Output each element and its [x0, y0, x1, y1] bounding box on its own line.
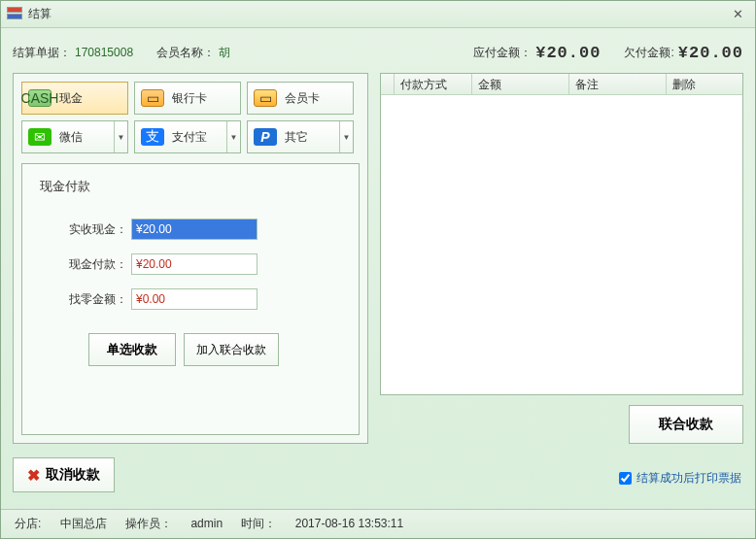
status-bar: 分店: 中国总店 操作员： admin 时间： 2017-08-16 13:53…	[1, 509, 755, 538]
table-header: 付款方式 金额 备注 删除	[381, 74, 742, 95]
member-name: 胡	[219, 45, 230, 61]
owed-label: 欠付金额:	[624, 45, 673, 61]
app-icon	[7, 7, 22, 22]
operator-label: 操作员：	[125, 517, 172, 530]
time-value: 2017-08-16 13:53:11	[295, 517, 403, 530]
paymethod-alipay[interactable]: 支 支付宝 ▼	[134, 120, 241, 153]
payment-methods: CASH 现金 ▭ 银行卡 ▭ 会员卡 ✉ 微信 ▼	[21, 82, 360, 153]
table-body	[381, 95, 742, 394]
col-remark: 备注	[569, 74, 667, 94]
other-payment-icon: P	[254, 128, 277, 146]
cancel-collect-button[interactable]: ✖ 取消收款	[13, 457, 115, 492]
paymethod-label: 其它	[285, 129, 339, 146]
paymethod-label: 会员卡	[285, 90, 353, 107]
order-label: 结算单据：	[13, 45, 71, 61]
paymethod-other[interactable]: P 其它 ▼	[247, 120, 354, 153]
join-combined-button[interactable]: 加入联合收款	[184, 333, 279, 366]
received-label: 实收现金：	[40, 221, 127, 238]
branch-name: 中国总店	[60, 517, 107, 530]
owed-amount: ¥20.00	[678, 44, 743, 62]
bank-card-icon: ▭	[141, 89, 164, 107]
col-delete: 删除	[667, 74, 742, 94]
paymethod-label: 银行卡	[172, 90, 240, 107]
cancel-label: 取消收款	[46, 466, 100, 484]
payment-table: 付款方式 金额 备注 删除	[380, 73, 743, 395]
chevron-down-icon[interactable]: ▼	[339, 121, 353, 152]
order-number: 170815008	[75, 46, 133, 59]
single-collect-button[interactable]: 单选收款	[88, 333, 176, 366]
print-after-settle-checkbox[interactable]: 结算成功后打印票据	[615, 469, 741, 488]
close-button[interactable]: ✕	[726, 6, 749, 23]
member-label: 会员名称：	[156, 45, 215, 61]
alipay-icon: 支	[141, 128, 164, 146]
print-checkbox-label: 结算成功后打印票据	[636, 470, 741, 487]
header-info: 结算单据： 170815008 会员名称： 胡 应付金额： ¥20.00 欠付金…	[13, 38, 743, 67]
member-card-icon: ▭	[254, 89, 277, 107]
cash-icon: CASH	[28, 89, 52, 107]
titlebar: 结算 ✕	[1, 1, 755, 28]
time-label: 时间：	[241, 517, 276, 530]
cancel-icon: ✖	[27, 466, 40, 485]
paymethod-label: 支付宝	[172, 129, 226, 146]
right-panel: 付款方式 金额 备注 删除 联合收款	[380, 73, 743, 444]
col-method: 付款方式	[395, 74, 472, 94]
col-amount: 金额	[472, 74, 569, 94]
window-title: 结算	[28, 6, 52, 22]
due-label: 应付金额：	[473, 45, 532, 61]
received-input[interactable]	[131, 219, 258, 240]
settlement-window: 结算 ✕ 结算单据： 170815008 会员名称： 胡 应付金额： ¥20.0…	[0, 0, 756, 539]
print-checkbox-input[interactable]	[619, 472, 632, 485]
combined-collect-button[interactable]: 联合收款	[629, 405, 743, 444]
branch-label: 分店:	[15, 517, 41, 530]
paymethod-bank[interactable]: ▭ 银行卡	[134, 82, 241, 115]
operator-name: admin	[190, 517, 223, 530]
table-header-pad	[381, 74, 395, 94]
cash-payment-title: 现金付款	[40, 178, 341, 195]
paymethod-wechat[interactable]: ✉ 微信 ▼	[21, 120, 128, 153]
cash-payment-box: 现金付款 实收现金： 现金付款： 找零金额： 单选收款	[21, 163, 360, 435]
chevron-down-icon[interactable]: ▼	[114, 121, 127, 152]
wechat-icon: ✉	[28, 128, 52, 146]
paymethod-member[interactable]: ▭ 会员卡	[247, 82, 354, 115]
cash-pay-input[interactable]	[131, 253, 258, 275]
change-label: 找零金额：	[40, 291, 127, 308]
paymethod-label: 微信	[59, 129, 114, 146]
chevron-down-icon[interactable]: ▼	[226, 121, 240, 152]
due-amount: ¥20.00	[535, 44, 601, 62]
change-input[interactable]	[131, 288, 258, 310]
cash-pay-label: 现金付款：	[40, 256, 127, 273]
paymethod-cash[interactable]: CASH 现金	[21, 82, 128, 115]
left-panel: CASH 现金 ▭ 银行卡 ▭ 会员卡 ✉ 微信 ▼	[13, 73, 368, 444]
paymethod-label: 现金	[59, 90, 127, 107]
